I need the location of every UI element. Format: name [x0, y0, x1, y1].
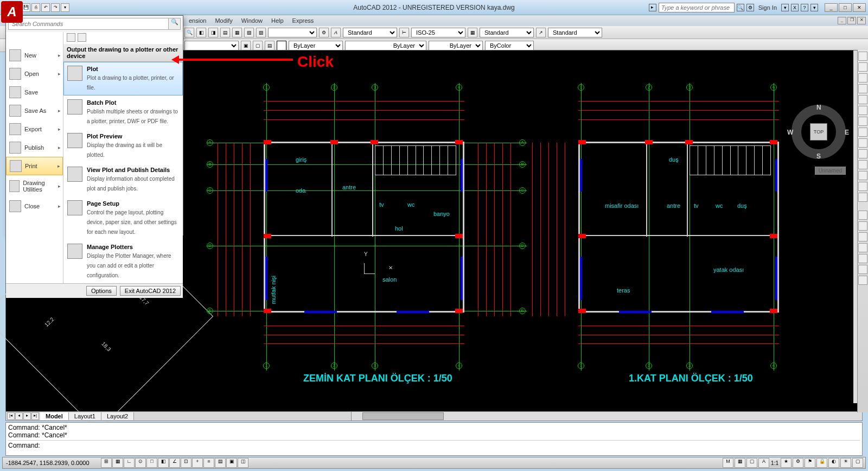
coordinates-display[interactable]: -1884.2547, 1158.2939, 0.0000 — [3, 460, 100, 466]
viewcube-top[interactable]: TOP — [810, 123, 827, 141]
status-lock-icon[interactable]: 🔒 — [816, 458, 827, 468]
find-icon[interactable]: 🔍 — [184, 28, 194, 37]
view2-icon[interactable]: ▢ — [253, 41, 263, 50]
autodesk-icon[interactable]: ⚙ — [746, 4, 754, 11]
app-menu-close[interactable]: Close▸ — [6, 197, 63, 215]
tablestyle-icon[interactable]: ▦ — [468, 28, 477, 37]
palette-tool-icon[interactable] — [858, 171, 867, 180]
menu-express[interactable]: Express — [288, 17, 318, 24]
palette-tool-icon[interactable] — [858, 138, 867, 148]
print-item-plot-preview[interactable]: Plot PreviewDisplay the drawing as it wi… — [63, 129, 183, 163]
minimize-button[interactable]: _ — [825, 3, 838, 12]
status-dyn-icon[interactable]: + — [192, 458, 203, 468]
signin-dropdown-icon[interactable]: ▾ — [781, 4, 789, 11]
tool3-icon[interactable]: ▤ — [220, 28, 230, 37]
menu-window[interactable]: Window — [237, 17, 267, 24]
qat-undo-icon[interactable]: ↶ — [41, 3, 50, 12]
textstyle-a-icon[interactable]: A — [331, 28, 341, 37]
palette-tool-icon[interactable] — [858, 128, 867, 137]
status-clean-icon[interactable]: ▢ — [852, 458, 863, 468]
palette-tool-icon[interactable] — [858, 232, 867, 241]
palette-tool-icon[interactable] — [858, 211, 867, 220]
tab-layout2[interactable]: Layout2 — [101, 412, 134, 420]
status-scale[interactable]: 1:1 — [770, 460, 780, 466]
maximize-button[interactable]: □ — [839, 3, 852, 12]
workspace-select[interactable] — [268, 28, 317, 37]
tool5-icon[interactable]: ▧ — [244, 28, 254, 37]
color-select[interactable]: ByLayer — [289, 41, 343, 50]
tool6-icon[interactable]: ▨ — [256, 28, 266, 37]
dimstyle-icon[interactable]: ⊢ — [399, 28, 409, 37]
status-lwt-icon[interactable]: ≡ — [203, 458, 214, 468]
search-button-icon[interactable]: 🔍 — [737, 4, 744, 11]
search-commands-input[interactable] — [8, 18, 169, 30]
status-annoscale-a[interactable]: A — [758, 458, 769, 468]
mleader-style-select[interactable]: Standard — [548, 28, 602, 37]
status-snap-icon[interactable]: ⊞ — [101, 458, 112, 468]
table-style-select[interactable]: Standard — [480, 28, 534, 37]
menu-dimension[interactable]: ension — [184, 17, 210, 24]
mdi-restore-button[interactable]: ❐ — [847, 17, 856, 24]
palette-tool-icon[interactable] — [858, 73, 867, 82]
palette-tool-icon[interactable] — [858, 276, 867, 285]
open-docs-icon[interactable] — [78, 33, 86, 42]
status-osnap-icon[interactable]: □ — [146, 458, 157, 468]
keyword-search-input[interactable] — [659, 3, 735, 12]
tool1-icon[interactable]: ◧ — [196, 28, 206, 37]
color-swatch-icon[interactable] — [277, 41, 286, 50]
palette-tool-icon[interactable] — [858, 221, 867, 231]
named-view-select[interactable] — [184, 41, 239, 50]
recent-docs-icon[interactable] — [67, 33, 75, 42]
viewcube-north[interactable]: N — [816, 104, 821, 111]
exchange-icon[interactable]: X — [791, 4, 799, 11]
tab-nav-prev-icon[interactable]: ◂ — [15, 412, 23, 420]
plotstyle-select[interactable]: ByColor — [485, 41, 534, 50]
app-menu-new[interactable]: New▸ — [6, 46, 63, 65]
status-grid-icon[interactable]: ▦ — [112, 458, 123, 468]
palette-tool-icon[interactable] — [858, 182, 867, 191]
palette-tool-icon[interactable] — [858, 95, 867, 104]
palette-tool-icon[interactable] — [858, 243, 867, 252]
sign-in-link[interactable]: Sign In — [756, 4, 779, 11]
palette-tool-icon[interactable] — [858, 52, 867, 61]
application-menu-button[interactable]: A — [1, 1, 23, 23]
palette-tool-icon[interactable] — [858, 62, 867, 72]
viewcube-east[interactable]: E — [845, 129, 849, 136]
tool2-icon[interactable]: ◨ — [208, 28, 218, 37]
view1-icon[interactable]: ▣ — [241, 41, 251, 50]
lineweight-select[interactable]: ByLayer — [429, 41, 483, 50]
status-model-icon[interactable]: M — [723, 458, 733, 468]
app-menu-save-as[interactable]: Save As▸ — [6, 101, 63, 120]
palette-tool-icon[interactable] — [858, 193, 867, 202]
viewcube-west[interactable]: W — [787, 129, 793, 136]
status-ws-icon[interactable]: ⚑ — [805, 458, 815, 468]
search-commands-icon[interactable]: 🔍 — [169, 18, 181, 30]
palette-tool-icon[interactable] — [858, 84, 867, 93]
status-ducs-icon[interactable]: ⊡ — [181, 458, 192, 468]
horizontal-scrollbar[interactable] — [351, 412, 862, 421]
palette-tool-icon[interactable] — [858, 254, 867, 263]
menu-help[interactable]: Help — [267, 17, 288, 24]
tab-nav-next-icon[interactable]: ▸ — [23, 412, 31, 420]
options-button[interactable]: Options — [86, 286, 117, 296]
text-style-select[interactable]: Standard — [343, 28, 397, 37]
status-qp-icon[interactable]: ▣ — [226, 458, 237, 468]
status-autoscale-icon[interactable]: ⚙ — [793, 458, 803, 468]
tab-nav-first-icon[interactable]: |◂ — [7, 412, 15, 420]
tab-model[interactable]: Model — [40, 412, 69, 420]
status-polar-icon[interactable]: ⊙ — [135, 458, 146, 468]
print-item-manage-plotters[interactable]: Manage PlottersDisplay the Plotter Manag… — [63, 240, 183, 283]
view3-icon[interactable]: ▤ — [265, 41, 275, 50]
palette-tool-icon[interactable] — [858, 265, 867, 274]
help-dropdown-icon[interactable]: ▾ — [810, 4, 818, 11]
app-menu-export[interactable]: Export▸ — [6, 120, 63, 138]
qat-save-icon[interactable]: 💾 — [22, 3, 30, 12]
view-cube[interactable]: TOP N S E W — [792, 105, 846, 159]
status-isolate-icon[interactable]: ☀ — [840, 458, 851, 468]
qat-dropdown-icon[interactable]: ▾ — [61, 3, 69, 12]
print-item-page-setup[interactable]: Page SetupControl the page layout, plott… — [63, 196, 183, 240]
command-window[interactable]: Command: *Cancel* Command: *Cancel* Comm… — [5, 422, 863, 456]
status-qv-drawings-icon[interactable]: ▢ — [746, 458, 757, 468]
help-icon[interactable]: ? — [801, 4, 808, 11]
qat-redo-icon[interactable]: ↷ — [51, 3, 60, 12]
